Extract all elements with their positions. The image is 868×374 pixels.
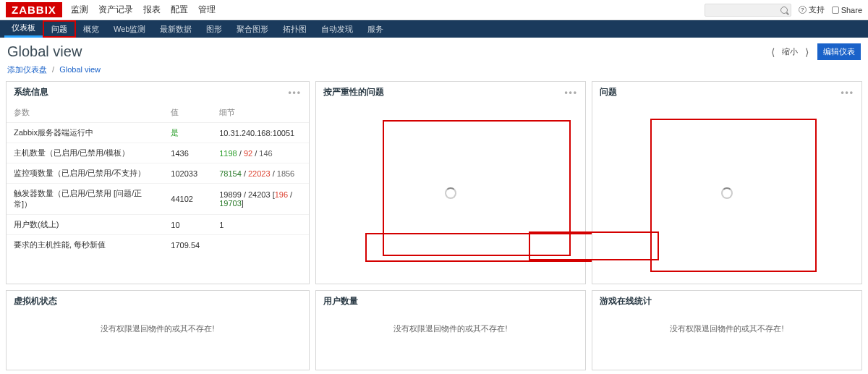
cell-detail: 1198 / 92 / 146 [212,143,309,163]
widget-severity-header: 按严重性的问题 ••• [316,82,585,103]
cell-value: 10 [163,215,212,235]
sub-nav-item[interactable]: 图形 [199,20,229,38]
top-nav-monitor[interactable]: 监测 [71,4,88,16]
title-controls: ⟨ 缩小 ⟩ 编辑仪表 [768,43,861,60]
nav-next-icon[interactable]: ⟩ [802,46,812,58]
cell-value: 1709.54 [163,235,212,255]
support-label: 支持 [809,4,825,15]
annotation-rect [650,119,817,272]
sub-nav-item[interactable]: 服务 [360,20,391,38]
widget-severity-title: 按严重性的问题 [323,86,384,98]
logo[interactable]: ZABBIX [6,2,62,17]
widget-user-count-header: 用户数量 [316,291,585,312]
sub-nav-item[interactable]: 问题 [43,20,76,38]
edit-dashboard-button[interactable]: 编辑仪表 [817,43,861,60]
time-nav: ⟨ 缩小 ⟩ [768,46,812,58]
share-link[interactable]: Share [832,6,862,14]
widget-user-count-title: 用户数量 [323,295,358,307]
cell-value: 44102 [163,184,212,215]
table-header-row: 参数 值 细节 [7,103,309,123]
top-right: ? 支持 Share [705,4,862,17]
title-row: Global view ⟨ 缩小 ⟩ 编辑仪表 [0,38,868,63]
sub-nav-item[interactable]: Web监测 [106,20,153,38]
cell-value: 是 [163,123,212,143]
breadcrumb-sep: / [52,65,54,74]
question-icon: ? [799,6,807,14]
top-nav-config[interactable]: 配置 [171,4,188,16]
widget-game-stats-title: 游戏在线统计 [600,295,652,307]
widget-vm-status-body: 没有权限退回物件的或其不存在! [7,312,309,370]
widget-user-count-body: 没有权限退回物件的或其不存在! [316,312,585,370]
top-nav-admin[interactable]: 管理 [198,4,216,16]
table-row: 用户数(线上)101 [7,215,309,235]
sub-nav-item[interactable]: 仪表板 [4,20,43,38]
th-detail: 细节 [212,103,309,123]
annotation-rect [383,120,571,256]
system-info-table: 参数 值 细节 Zabbix服务器端运行中是10.31.240.168:1005… [7,103,309,255]
loading-icon [721,187,733,199]
page-title: Global view [7,43,82,60]
search-input[interactable] [705,4,791,17]
th-value: 值 [163,103,212,123]
widget-system-info: 系统信息 ••• 参数 值 细节 Zabbix服务器端运行中是10.31.240… [6,81,310,284]
widget-vm-status-header: 虚拟机状态 [7,291,309,312]
top-header: ZABBIX 监测 资产记录 报表 配置 管理 ? 支持 Share [0,0,868,20]
widget-problems-title: 问题 [600,86,617,98]
cell-param: 主机数量（已启用/已禁用/模板） [7,143,163,163]
widget-system-info-header: 系统信息 ••• [7,82,309,103]
table-row: 监控项数量（已启用/已禁用/不支持）10203378154 / 22023 / … [7,163,309,184]
zoom-label[interactable]: 缩小 [782,46,798,57]
widget-severity: 按严重性的问题 ••• [315,81,586,284]
cell-detail: 10.31.240.168:10051 [212,123,309,143]
cell-param: 要求的主机性能, 每秒新值 [7,235,163,255]
share-label: Share [841,6,862,14]
cell-param: 用户数(线上) [7,215,163,235]
widget-vm-status-title: 虚拟机状态 [14,295,57,307]
no-permission-msg: 没有权限退回物件的或其不存在! [7,312,309,346]
cell-value: 102033 [163,163,212,184]
sub-nav-item[interactable]: 聚合图形 [229,20,276,38]
support-link[interactable]: ? 支持 [799,4,825,15]
table-row: Zabbix服务器端运行中是10.31.240.168:10051 [7,123,309,143]
widget-system-info-title: 系统信息 [14,86,48,98]
widget-problems-body [592,103,861,284]
widget-menu-icon[interactable]: ••• [288,88,302,98]
cell-param: 触发器数量（已启用/已禁用 [问题/正常]） [7,184,163,215]
widget-vm-status: 虚拟机状态 没有权限退回物件的或其不存在! [6,290,310,370]
cell-value: 1436 [163,143,212,163]
table-row: 主机数量（已启用/已禁用/模板）14361198 / 92 / 146 [7,143,309,163]
sub-nav-item[interactable]: 拓扑图 [276,20,314,38]
cell-detail: 1 [212,215,309,235]
breadcrumb: 添加仪表盘 / Global view [0,63,868,81]
sub-nav: 仪表板问题概览Web监测最新数据图形聚合图形拓扑图自动发现服务 [0,20,868,38]
table-row: 要求的主机性能, 每秒新值1709.54 [7,235,309,255]
top-nav-inventory[interactable]: 资产记录 [98,4,133,16]
nav-prev-icon[interactable]: ⟨ [768,46,778,58]
widget-system-info-body: 参数 值 细节 Zabbix服务器端运行中是10.31.240.168:1005… [7,103,309,284]
breadcrumb-add[interactable]: 添加仪表盘 [7,65,47,74]
widget-problems-header: 问题 ••• [592,82,861,103]
table-row: 触发器数量（已启用/已禁用 [问题/正常]）4410219899 / 24203… [7,184,309,215]
th-param: 参数 [7,103,163,123]
sub-nav-item[interactable]: 最新数据 [153,20,199,38]
loading-icon [445,187,456,199]
top-nav-reports[interactable]: 报表 [143,4,161,16]
top-nav: 监测 资产记录 报表 配置 管理 [71,4,705,16]
widget-menu-icon[interactable]: ••• [841,88,854,98]
cell-param: Zabbix服务器端运行中 [7,123,163,143]
cell-detail [212,235,309,255]
widget-game-stats-header: 游戏在线统计 [592,291,861,312]
no-permission-msg: 没有权限退回物件的或其不存在! [592,312,861,346]
widget-game-stats: 游戏在线统计 没有权限退回物件的或其不存在! [592,290,862,370]
cell-param: 监控项数量（已启用/已禁用/不支持） [7,163,163,184]
cell-detail: 78154 / 22023 / 1856 [212,163,309,184]
widget-menu-icon[interactable]: ••• [564,88,578,98]
sub-nav-item[interactable]: 概览 [76,20,106,38]
widget-user-count: 用户数量 没有权限退回物件的或其不存在! [315,290,586,370]
widgets-grid: 系统信息 ••• 参数 值 细节 Zabbix服务器端运行中是10.31.240… [0,81,868,374]
widget-game-stats-body: 没有权限退回物件的或其不存在! [592,312,861,370]
sub-nav-item[interactable]: 自动发现 [314,20,360,38]
breadcrumb-current[interactable]: Global view [59,65,101,74]
search-icon [780,7,788,14]
share-icon [832,7,839,14]
